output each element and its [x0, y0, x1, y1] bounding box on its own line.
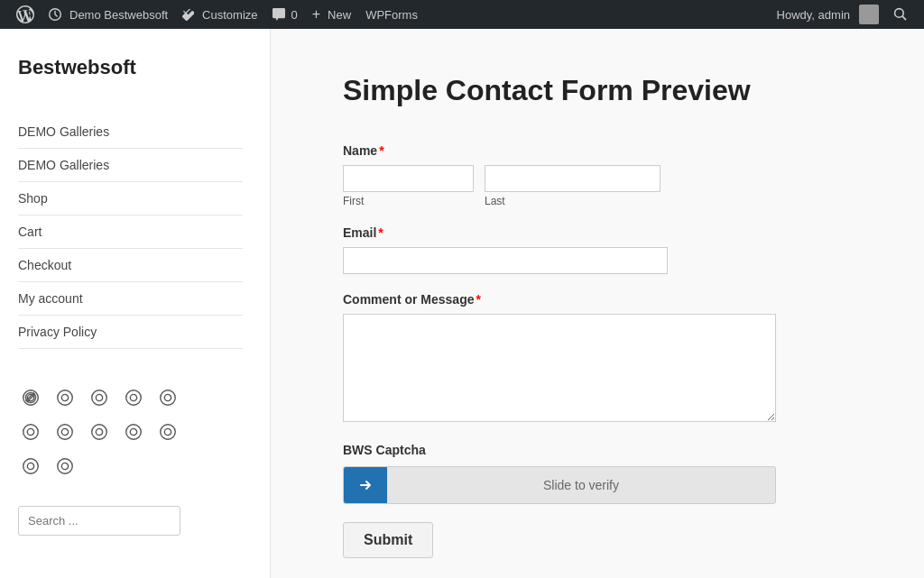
submit-group: Submit [343, 522, 776, 558]
captcha-label: BWS Captcha [343, 443, 776, 457]
social-icon-10[interactable] [155, 419, 180, 445]
svg-point-4 [92, 390, 107, 406]
social-icon-6[interactable] [18, 419, 43, 445]
site-name-label: Demo Bestwebsoft [69, 8, 168, 22]
svg-point-11 [161, 425, 176, 440]
wpforms-label: WPForms [365, 8, 418, 22]
svg-point-5 [126, 390, 142, 406]
captcha-slide-text: Slide to verify [387, 478, 775, 492]
nav-link-privacy[interactable]: Privacy Policy [18, 316, 243, 348]
search-input[interactable] [18, 506, 180, 536]
social-icons-grid [18, 385, 180, 479]
nav-item-privacy[interactable]: Privacy Policy [18, 316, 243, 349]
social-icon-1[interactable] [18, 385, 43, 410]
social-icon-5[interactable] [155, 385, 180, 410]
social-icon-4[interactable] [121, 385, 146, 410]
svg-point-7 [23, 425, 39, 440]
svg-point-12 [23, 459, 39, 474]
email-input[interactable] [343, 247, 668, 274]
name-field-group: Name* First Last [343, 143, 776, 207]
nav-link-my-account[interactable]: My account [18, 282, 243, 315]
first-name-hint: First [343, 195, 474, 207]
captcha-group: BWS Captcha Slide to verify [343, 443, 776, 504]
svg-point-8 [58, 425, 73, 440]
message-textarea[interactable] [343, 314, 776, 422]
search-button-admin[interactable] [886, 0, 915, 29]
nav-item-demo-galleries-1[interactable]: DEMO Galleries [18, 115, 243, 149]
last-name-input[interactable] [485, 165, 661, 192]
name-required-star: * [379, 143, 383, 158]
captcha-slider[interactable]: Slide to verify [343, 466, 776, 504]
nav-item-demo-galleries-2[interactable]: DEMO Galleries [18, 149, 243, 182]
message-label: Comment or Message* [343, 292, 776, 307]
site-name-button[interactable]: Demo Bestwebsoft [42, 0, 175, 29]
social-icon-11[interactable] [18, 454, 43, 479]
svg-point-6 [161, 390, 176, 406]
howdy-label[interactable]: Howdy, admin [770, 0, 886, 29]
svg-point-10 [126, 425, 142, 440]
email-required-star: * [378, 225, 383, 240]
new-button[interactable]: + New [305, 0, 358, 29]
svg-point-13 [58, 459, 73, 474]
social-icon-7[interactable] [52, 419, 78, 445]
nav-link-demo-galleries-2[interactable]: DEMO Galleries [18, 149, 243, 181]
last-name-wrap: Last [485, 165, 661, 207]
social-icon-12[interactable] [52, 454, 78, 479]
sidebar: Bestwebsoft DEMO Galleries DEMO Gallerie… [0, 29, 271, 578]
captcha-slide-button[interactable] [344, 466, 387, 504]
nav-link-shop[interactable]: Shop [18, 182, 243, 215]
nav-link-demo-galleries-1[interactable]: DEMO Galleries [18, 115, 243, 148]
name-label: Name* [343, 143, 776, 158]
admin-bar-right: Howdy, admin [770, 0, 915, 29]
svg-point-1 [895, 9, 904, 18]
first-name-input[interactable] [343, 165, 474, 192]
comments-label: 0 [291, 8, 298, 22]
sidebar-search [18, 506, 243, 536]
nav-item-checkout[interactable]: Checkout [18, 249, 243, 282]
main-content: Simple Contact Form Preview Name* First … [271, 29, 924, 578]
contact-form: Name* First Last Email* [343, 143, 776, 558]
email-field-group: Email* [343, 225, 776, 274]
admin-avatar [859, 5, 879, 24]
message-field-group: Comment or Message* [343, 292, 776, 425]
admin-bar: Demo Bestwebsoft Customize 0 + New WPFor… [0, 0, 924, 29]
customize-label: Customize [202, 8, 257, 22]
wp-logo-button[interactable] [9, 0, 42, 29]
social-icon-2[interactable] [52, 385, 78, 410]
message-required-star: * [476, 292, 480, 307]
nav-link-checkout[interactable]: Checkout [18, 249, 243, 281]
email-label: Email* [343, 225, 776, 240]
comments-button[interactable]: 0 [265, 0, 305, 29]
name-fields: First Last [343, 165, 776, 207]
social-icon-8[interactable] [87, 419, 112, 445]
new-label: New [328, 8, 351, 22]
page-title: Simple Contact Form Preview [343, 74, 870, 107]
first-name-wrap: First [343, 165, 474, 207]
nav-link-cart[interactable]: Cart [18, 216, 243, 248]
wpforms-button[interactable]: WPForms [358, 0, 425, 29]
customize-button[interactable]: Customize [175, 0, 264, 29]
submit-button[interactable]: Submit [343, 522, 433, 558]
nav-item-my-account[interactable]: My account [18, 282, 243, 316]
svg-point-3 [58, 390, 73, 406]
nav-item-cart[interactable]: Cart [18, 216, 243, 249]
site-logo[interactable]: Bestwebsoft [18, 56, 243, 79]
sidebar-nav: DEMO Galleries DEMO Galleries Shop Cart … [18, 115, 243, 349]
social-icon-9[interactable] [121, 419, 146, 445]
page-wrapper: Bestwebsoft DEMO Galleries DEMO Gallerie… [0, 29, 924, 578]
svg-point-9 [92, 425, 107, 440]
last-name-hint: Last [485, 195, 661, 207]
nav-item-shop[interactable]: Shop [18, 182, 243, 216]
social-icon-3[interactable] [87, 385, 112, 410]
